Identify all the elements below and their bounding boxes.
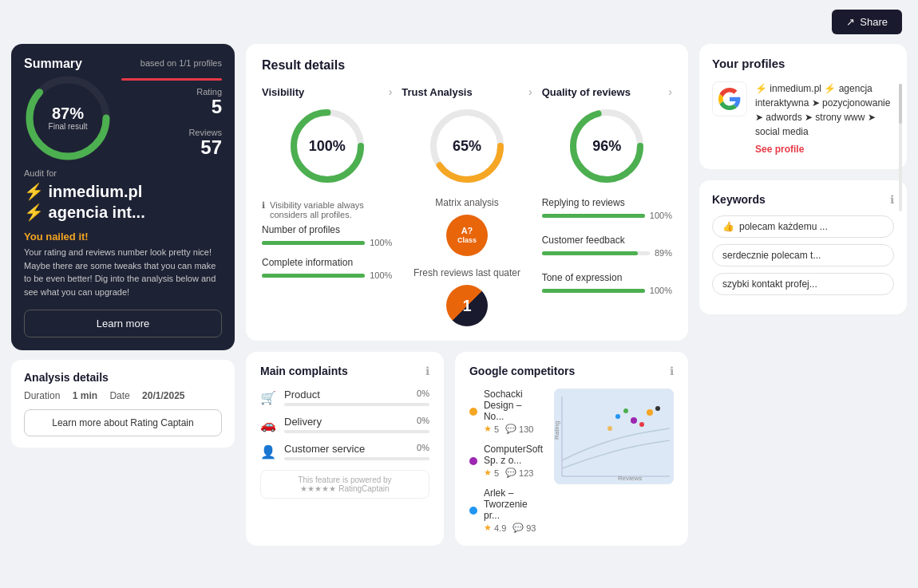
- keywords-info-icon[interactable]: ℹ: [890, 193, 894, 206]
- nailed-it-text: Your rating and reviews number look pret…: [24, 246, 222, 298]
- competitors-title: Google competitors: [469, 365, 575, 377]
- right-column: Your profiles ⚡ inmedium.pl ⚡ agencja in…: [699, 44, 907, 546]
- visibility-label: Visibility: [262, 86, 304, 98]
- share-button[interactable]: ↗ Share: [832, 10, 902, 34]
- date-label: Date 20/1/2025: [109, 390, 184, 401]
- replying-metric: Replying to reviews 100%: [542, 197, 672, 220]
- svg-point-11: [647, 409, 653, 416]
- delivery-label: Delivery: [284, 416, 322, 428]
- profiles-card: Your profiles ⚡ inmedium.pl ⚡ agencja in…: [699, 44, 907, 169]
- google-logo: [712, 81, 747, 116]
- keyword-3-text: szybki kontakt profej...: [722, 278, 817, 290]
- keyword-1-text: polecam każdemu ...: [739, 221, 828, 232]
- final-result-gauge: 87% Final result: [24, 74, 112, 162]
- profile-info: ⚡ inmedium.pl ⚡ agencja interaktywna ➤ p…: [755, 81, 894, 156]
- metrics-row: Visibility › 100% Trust Analysis: [262, 85, 672, 186]
- product-icon: 🛒: [260, 390, 276, 405]
- visibility-note: ℹ Visibility variable always considers a…: [262, 200, 392, 219]
- analysis-meta: Duration 1 min Date 20/1/2025: [24, 390, 222, 401]
- keywords-card: Keywords ℹ 👍 polecam każdemu ... serdecz…: [699, 180, 907, 314]
- profile-scrollbar[interactable]: [899, 84, 902, 211]
- comment-icon-2: 💬: [505, 468, 516, 478]
- complaints-card: Main complaints ℹ 🛒 Product 0%: [246, 352, 444, 546]
- matrix-badge: A? Class: [446, 215, 488, 256]
- audit-line2: ⚡ agencia int...: [24, 202, 222, 223]
- competitors-info-icon[interactable]: ℹ: [670, 365, 674, 377]
- complaint-customer-service: 👤 Customer service 0%: [260, 443, 429, 460]
- reviews-value: 57: [121, 137, 222, 158]
- keyword-1[interactable]: 👍 polecam każdemu ...: [712, 215, 894, 238]
- competitors-card: Google competitors ℹ Sochacki Design – N…: [455, 352, 688, 546]
- see-profile-link[interactable]: See profile: [755, 142, 894, 156]
- reviews-label: Reviews: [121, 128, 222, 137]
- svg-text:Rating: Rating: [554, 421, 560, 440]
- trust-pct: 65%: [453, 138, 481, 155]
- profiles-title: Your profiles: [712, 57, 894, 70]
- share-label: Share: [860, 16, 888, 28]
- star-icon: ★: [484, 424, 492, 434]
- competitors-chart: Reviews Rating: [554, 389, 674, 484]
- trust-chevron[interactable]: ›: [528, 85, 532, 98]
- complaints-info-icon[interactable]: ℹ: [425, 365, 429, 377]
- powered-by-line1: This feature is powered by: [266, 476, 424, 484]
- bottom-left-metrics: ℹ Visibility variable always considers a…: [262, 197, 392, 326]
- keyword-2[interactable]: serdecznie polecam t...: [712, 244, 894, 266]
- competitor-1-name: Sochacki Design – No...: [484, 389, 543, 422]
- matrix-fresh-col: Matrix analysis A? Class Fresh reviews l…: [402, 197, 532, 326]
- svg-point-16: [607, 426, 612, 431]
- complaints-title: Main complaints: [260, 365, 348, 377]
- thumb-icon-1: 👍: [722, 221, 734, 232]
- fresh-reviews-col: Fresh reviews last quater 1: [413, 267, 520, 326]
- visibility-gauge: 100%: [287, 106, 367, 186]
- profile-item-google: ⚡ inmedium.pl ⚡ agencja interaktywna ➤ p…: [712, 81, 894, 156]
- competitor-1-rating: ★ 5: [484, 424, 499, 434]
- visibility-pct: 100%: [309, 138, 346, 155]
- tone-metric: Tone of expression 100%: [542, 272, 672, 295]
- complaint-product: 🛒 Product 0%: [260, 389, 429, 406]
- svg-point-14: [623, 408, 628, 413]
- keyword-3[interactable]: szybki kontakt profej...: [712, 273, 894, 295]
- left-column: Summary based on 1/1 profiles 87% Final …: [11, 44, 235, 546]
- summary-stats: Rating 5 Reviews 57: [121, 78, 222, 158]
- final-label: Final result: [49, 122, 88, 132]
- competitor-2-name: ComputerSoft Sp. z o...: [484, 444, 543, 466]
- quality-metric: Quality of reviews › 96%: [542, 85, 672, 186]
- quality-pct: 96%: [592, 138, 621, 155]
- svg-point-12: [631, 417, 637, 424]
- learn-captain-button[interactable]: Learn more about Rating Captain: [24, 409, 222, 436]
- competitor-1-reviews: 💬 130: [505, 424, 533, 434]
- competitor-3-dot: [469, 507, 477, 515]
- nailed-it-label: You nailed it!: [24, 231, 222, 243]
- competitors-inner: Sochacki Design – No... ★ 5 💬 130: [469, 389, 674, 533]
- star-icon-2: ★: [484, 468, 492, 478]
- profile-name: ⚡ inmedium.pl ⚡ agencja interaktywna ➤ p…: [755, 83, 890, 137]
- result-details-card: Result details Visibility › 100%: [246, 44, 688, 341]
- trust-metric: Trust Analysis › 65%: [402, 85, 532, 186]
- final-pct: 87%: [49, 105, 88, 122]
- duration-label: Duration 1 min: [24, 390, 97, 401]
- middle-column: Result details Visibility › 100%: [246, 44, 688, 546]
- visibility-chevron[interactable]: ›: [389, 85, 393, 98]
- trust-gauge: 65%: [427, 106, 507, 186]
- delivery-icon: 🚗: [260, 417, 276, 432]
- based-on-text: based on 1/1 profiles: [140, 58, 222, 68]
- learn-more-button[interactable]: Learn more: [24, 310, 222, 337]
- svg-point-13: [615, 414, 620, 419]
- result-details-title: Result details: [262, 58, 672, 73]
- comment-icon-3: 💬: [512, 523, 524, 533]
- keywords-title: Keywords: [712, 193, 766, 206]
- quality-chevron[interactable]: ›: [668, 85, 672, 98]
- competitor-3-rating: ★ 4.9: [484, 523, 506, 533]
- customer-service-label: Customer service: [284, 443, 365, 455]
- customer-service-pct: 0%: [417, 443, 429, 457]
- product-pct: 0%: [417, 389, 429, 403]
- rating-value: 5: [121, 97, 222, 117]
- bottom-metrics: ℹ Visibility variable always considers a…: [262, 197, 672, 326]
- competitor-2-rating: ★ 5: [484, 468, 499, 478]
- share-icon: ↗: [846, 16, 855, 28]
- rating-label: Rating: [121, 87, 222, 97]
- quality-label: Quality of reviews: [542, 86, 631, 98]
- customer-service-icon: 👤: [260, 444, 276, 460]
- competitor-3-reviews: 💬 93: [512, 523, 536, 533]
- svg-point-17: [655, 406, 660, 411]
